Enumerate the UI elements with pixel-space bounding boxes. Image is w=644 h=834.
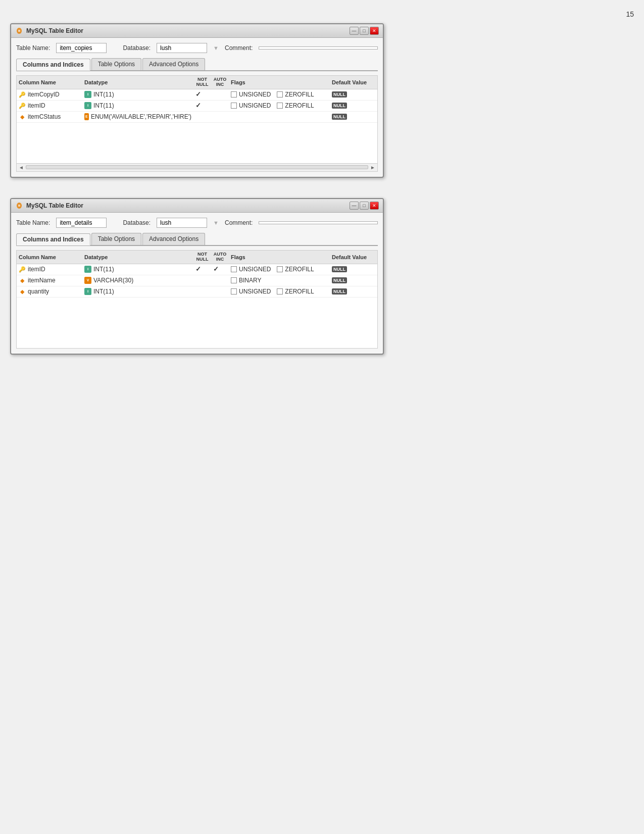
comment-field-1[interactable]: [259, 46, 378, 50]
datatype-value-1-2: INT(11): [93, 102, 114, 109]
zerofill-cb-2-1[interactable]: [277, 266, 283, 272]
scrollbar-1: ◄ ►: [17, 163, 377, 171]
cell-datatype-2-3: i INT(11): [82, 288, 193, 295]
varchar-icon-2-2: V: [84, 277, 91, 284]
unsigned-label-1-1: UNSIGNED: [239, 91, 271, 98]
zerofill-cb-2-3[interactable]: [277, 288, 283, 295]
table-row[interactable]: 🔑 itemID i INT(11) ✓ ✓ UNSIGNED: [17, 264, 377, 275]
table-row[interactable]: ◆ itemCStatus E ENUM('AVAILABLE','REPAIR…: [17, 112, 377, 123]
title-bar-left-1: MySQL Table Editor: [15, 27, 83, 35]
unsigned-label-2-1: UNSIGNED: [239, 266, 271, 273]
cell-auto-inc-2-1: ✓: [211, 266, 229, 273]
minimize-btn-2[interactable]: —: [350, 202, 359, 210]
tab-bar-2: Columns and Indices Table Options Advanc…: [16, 233, 378, 246]
check-auto-inc-2-1: ✓: [213, 266, 219, 273]
cell-datatype-2-2: V VARCHAR(30): [82, 277, 193, 284]
cell-name-2-1: 🔑 itemID: [17, 266, 82, 273]
cell-name-2-2: ◆ itemName: [17, 277, 82, 284]
check-not-null-1-2: ✓: [195, 102, 201, 109]
page-number: 15: [10, 10, 634, 18]
cell-not-null-1-2: ✓: [193, 102, 211, 109]
tab-table-options-1[interactable]: Table Options: [91, 58, 141, 70]
col-header-flags-1: Flags: [229, 79, 330, 85]
cell-datatype-1-1: i INT(11): [82, 91, 193, 98]
diamond-icon-1-3: ◆: [19, 113, 26, 120]
title-bar-left-2: MySQL Table Editor: [15, 202, 83, 210]
database-label-1: Database:: [123, 44, 151, 52]
window-item-copies: MySQL Table Editor — □ ✕ Table Name: ite…: [10, 23, 384, 178]
maximize-btn-2[interactable]: □: [360, 202, 369, 210]
zerofill-label-2-3: ZEROFILL: [285, 288, 314, 295]
binary-cb-2-2[interactable]: [231, 277, 237, 283]
cell-default-1-3: NULL: [330, 114, 370, 120]
comment-label-2: Comment:: [225, 219, 253, 226]
cell-not-null-2-1: ✓: [193, 266, 211, 273]
datatype-value-1-3: ENUM('AVAILABLE','REPAIR','HIRE'): [91, 113, 191, 120]
datatype-value-1-1: INT(11): [93, 91, 114, 98]
cell-default-1-2: NULL: [330, 103, 370, 109]
maximize-btn-1[interactable]: □: [360, 27, 369, 35]
col-name-value-1-1: itemCopyID: [28, 91, 60, 98]
tab-advanced-options-1[interactable]: Advanced Options: [142, 58, 205, 70]
col-header-flags-2: Flags: [229, 254, 330, 260]
datatype-value-2-3: INT(11): [93, 288, 114, 295]
zerofill-check-2-1: ZEROFILL: [277, 266, 314, 273]
diamond-icon-2-3: ◆: [19, 288, 26, 295]
table-name-field-2[interactable]: item_details: [56, 218, 107, 228]
window-controls-2: — □ ✕: [350, 202, 379, 210]
unsigned-cb-1-1[interactable]: [231, 91, 237, 97]
table-row[interactable]: 🔑 itemCopyID i INT(11) ✓ UNSIGNED: [17, 89, 377, 101]
table-name-field-1[interactable]: item_copies: [56, 43, 107, 53]
col-header-row-2: Column Name Datatype NOTNULL AUTOINC Fla…: [17, 251, 377, 264]
minimize-btn-1[interactable]: —: [350, 27, 359, 35]
col-header-row-1: Column Name Datatype NOTNULL AUTOINC Fla…: [17, 76, 377, 89]
table-row[interactable]: ◆ itemName V VARCHAR(30) BINARY NULL: [17, 275, 377, 286]
cell-flags-1-2: UNSIGNED ZEROFILL: [229, 102, 330, 109]
table-row[interactable]: 🔑 itemID i INT(11) ✓ UNSIGNED: [17, 101, 377, 112]
scroll-left-1[interactable]: ◄: [19, 165, 24, 170]
cell-flags-1-1: UNSIGNED ZEROFILL: [229, 91, 330, 98]
cell-flags-2-2: BINARY: [229, 277, 330, 284]
unsigned-check-1-1: UNSIGNED: [231, 91, 271, 98]
cell-name-1-3: ◆ itemCStatus: [17, 113, 82, 120]
check-not-null-2-1: ✓: [195, 266, 201, 273]
database-field-1[interactable]: lush: [157, 43, 207, 53]
unsigned-cb-1-2[interactable]: [231, 103, 237, 109]
cell-datatype-1-3: E ENUM('AVAILABLE','REPAIR','HIRE'): [82, 113, 193, 120]
unsigned-cb-2-1[interactable]: [231, 266, 237, 272]
null-badge-1-1: NULL: [332, 91, 347, 97]
pk-icon-2-1: 🔑: [19, 266, 26, 273]
zerofill-cb-1-2[interactable]: [277, 103, 283, 109]
pk-icon-1-2: 🔑: [19, 102, 26, 109]
unsigned-label-1-2: UNSIGNED: [239, 102, 271, 109]
unsigned-check-2-3: UNSIGNED: [231, 288, 271, 295]
cell-not-null-1-1: ✓: [193, 91, 211, 98]
scroll-track-1[interactable]: [26, 165, 368, 169]
datatype-value-2-2: VARCHAR(30): [93, 277, 133, 284]
scroll-right-1[interactable]: ►: [370, 165, 375, 170]
tab-table-options-2[interactable]: Table Options: [91, 233, 141, 245]
mysql-icon-2: [15, 202, 23, 210]
table-area-2: Column Name Datatype NOTNULL AUTOINC Fla…: [16, 250, 378, 349]
null-badge-1-3: NULL: [332, 114, 347, 120]
null-badge-2-2: NULL: [332, 277, 347, 283]
table-row[interactable]: ◆ quantity i INT(11) UNSIGNED ZER: [17, 286, 377, 298]
cell-default-2-2: NULL: [330, 277, 370, 283]
tab-columns-indices-1[interactable]: Columns and Indices: [16, 59, 90, 71]
col-header-name-2: Column Name: [17, 254, 82, 260]
tab-advanced-options-2[interactable]: Advanced Options: [142, 233, 205, 245]
cell-name-2-3: ◆ quantity: [17, 288, 82, 295]
close-btn-2[interactable]: ✕: [370, 202, 379, 210]
comment-field-2[interactable]: [259, 221, 378, 224]
diamond-icon-2-2: ◆: [19, 277, 26, 284]
close-btn-1[interactable]: ✕: [370, 27, 379, 35]
col-header-auto-inc-2: AUTOINC: [211, 252, 229, 262]
zerofill-check-2-3: ZEROFILL: [277, 288, 314, 295]
int-icon-2-3: i: [84, 288, 91, 295]
col-name-value-2-1: itemID: [28, 266, 45, 273]
unsigned-cb-2-3[interactable]: [231, 288, 237, 295]
int-icon-1-1: i: [84, 91, 91, 98]
zerofill-cb-1-1[interactable]: [277, 91, 283, 97]
database-field-2[interactable]: lush: [157, 218, 207, 228]
tab-columns-indices-2[interactable]: Columns and Indices: [16, 233, 90, 246]
